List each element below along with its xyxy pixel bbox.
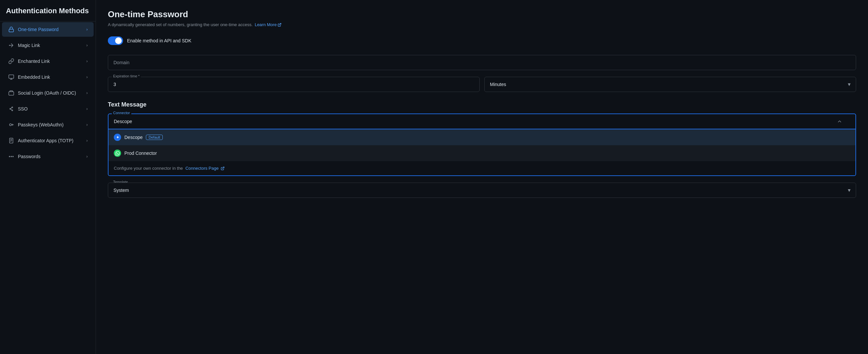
- passkeys-icon: [8, 121, 14, 128]
- template-select[interactable]: System: [108, 183, 856, 198]
- minutes-select-wrap: Minutes Seconds Hours ▼: [484, 77, 856, 92]
- connector-option-prod-label: Prod Connector: [124, 150, 157, 156]
- expiration-row: Expiration time * Minutes Seconds Hours …: [108, 77, 856, 92]
- otp-chevron-icon: ›: [86, 27, 88, 32]
- magic-link-icon: [8, 42, 14, 49]
- expiration-label: Expiration time *: [112, 74, 141, 78]
- sidebar-item-enchanted-link[interactable]: Enchanted Link ›: [2, 54, 94, 68]
- connector-label: Connector: [112, 111, 131, 115]
- svg-rect-3: [9, 92, 14, 95]
- sidebar-item-social-login[interactable]: Social Login (OAuth / OIDC) ›: [2, 86, 94, 100]
- svg-rect-0: [9, 29, 13, 32]
- sidebar-item-otp[interactable]: One-time Password ›: [2, 22, 94, 37]
- page-desc-text: A dynamically generated set of numbers, …: [108, 22, 253, 27]
- magic-link-chevron-icon: ›: [86, 43, 88, 48]
- sidebar-item-passwords-label: Passwords: [18, 154, 86, 159]
- connector-option-descope-label: Descope: [124, 135, 143, 140]
- external-link-icon: [278, 23, 281, 27]
- connector-selected-value: Descope: [114, 119, 132, 124]
- sidebar-item-passkeys[interactable]: Passkeys (WebAuthn) ›: [2, 117, 94, 132]
- sidebar-item-otp-label: One-time Password: [18, 27, 86, 32]
- sso-icon: [8, 106, 14, 112]
- minutes-select[interactable]: Minutes Seconds Hours: [484, 77, 856, 92]
- otp-icon: [8, 26, 14, 33]
- sidebar-item-sso[interactable]: SSO ›: [2, 101, 94, 116]
- main-content: One-time Password A dynamically generate…: [96, 0, 868, 354]
- template-select-wrap: System ▼: [108, 183, 856, 198]
- connector-footer-text: Configure your own connector in the: [114, 166, 183, 171]
- sidebar-item-magic-link[interactable]: Magic Link ›: [2, 38, 94, 53]
- social-login-chevron-icon: ›: [86, 91, 88, 95]
- expiration-time-input[interactable]: [108, 77, 479, 92]
- totp-icon: [8, 137, 14, 144]
- passkeys-chevron-icon: ›: [86, 122, 88, 127]
- embedded-link-chevron-icon: ›: [86, 75, 88, 80]
- sidebar-item-embedded-link[interactable]: Embedded Link ›: [2, 70, 94, 84]
- svg-line-17: [279, 23, 281, 25]
- sso-chevron-icon: ›: [86, 107, 88, 111]
- sidebar-item-magic-link-label: Magic Link: [18, 43, 86, 48]
- page-description: A dynamically generated set of numbers, …: [108, 22, 856, 27]
- enchanted-link-icon: [8, 58, 14, 64]
- svg-line-8: [11, 109, 12, 110]
- descope-icon: ✦: [114, 134, 121, 141]
- connector-dropdown-footer: Configure your own connector in the Conn…: [108, 161, 856, 175]
- sidebar-item-totp[interactable]: Authenticator Apps (TOTP) ›: [2, 133, 94, 148]
- svg-point-1: [9, 45, 10, 46]
- embedded-link-icon: [8, 74, 14, 80]
- sidebar-item-sso-label: SSO: [18, 106, 86, 112]
- connector-dropdown-list: ✦ Descope Default Prod Connector Configu…: [108, 129, 856, 176]
- enchanted-link-chevron-icon: ›: [86, 59, 88, 63]
- svg-point-16: [12, 156, 13, 157]
- text-message-section-title: Text Message: [108, 101, 856, 108]
- passwords-chevron-icon: ›: [86, 154, 88, 159]
- totp-chevron-icon: ›: [86, 138, 88, 143]
- toggle-row: Enable method in API and SDK: [108, 36, 856, 45]
- page-title: One-time Password: [108, 9, 856, 20]
- default-badge: Default: [146, 135, 163, 140]
- sidebar-item-enchanted-link-label: Enchanted Link: [18, 59, 86, 64]
- connectors-page-link[interactable]: Connectors Page: [185, 166, 224, 171]
- passwords-icon: [8, 153, 14, 160]
- sidebar-item-embedded-link-label: Embedded Link: [18, 75, 86, 80]
- svg-line-7: [11, 108, 12, 109]
- svg-point-9: [9, 124, 11, 126]
- sidebar-item-totp-label: Authenticator Apps (TOTP): [18, 138, 86, 143]
- sidebar-title: Authentication Methods: [0, 0, 96, 22]
- svg-line-18: [222, 167, 224, 169]
- template-field: Template System ▼: [108, 183, 856, 198]
- svg-point-15: [11, 156, 11, 157]
- domain-field: [108, 55, 856, 70]
- svg-point-14: [9, 156, 10, 157]
- expiration-time-field: Expiration time *: [108, 77, 479, 92]
- domain-input[interactable]: [108, 55, 856, 70]
- connector-field: Connector Descope ✦ Descope Default Prod…: [108, 114, 856, 176]
- sidebar: Authentication Methods One-time Password…: [0, 0, 96, 354]
- enable-method-toggle[interactable]: [108, 36, 123, 45]
- whatsapp-icon: [114, 150, 121, 157]
- connector-option-descope[interactable]: ✦ Descope Default: [108, 129, 856, 145]
- svg-rect-2: [9, 75, 14, 79]
- connector-dropdown-arrow-icon: [837, 119, 842, 124]
- connector-select-button[interactable]: Descope: [108, 114, 856, 129]
- sidebar-item-passkeys-label: Passkeys (WebAuthn): [18, 122, 86, 127]
- sidebar-item-social-login-label: Social Login (OAuth / OIDC): [18, 90, 86, 96]
- connector-option-prod[interactable]: Prod Connector: [108, 145, 856, 161]
- learn-more-link[interactable]: Learn More: [255, 22, 281, 27]
- connectors-page-external-link-icon: [221, 167, 225, 170]
- toggle-label: Enable method in API and SDK: [127, 38, 191, 43]
- sidebar-item-passwords[interactable]: Passwords ›: [2, 149, 94, 164]
- social-login-icon: [8, 90, 14, 96]
